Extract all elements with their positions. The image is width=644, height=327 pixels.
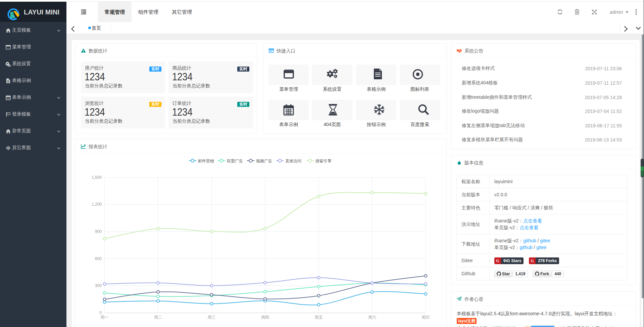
svg-text:0: 0 <box>99 311 102 315</box>
svg-text:搜索引擎: 搜索引擎 <box>315 159 332 163</box>
svg-text:周日: 周日 <box>422 315 430 320</box>
svg-text:300: 300 <box>95 283 102 288</box>
svg-text:周六: 周六 <box>368 315 376 320</box>
svg-text:900: 900 <box>95 229 102 234</box>
svg-text:1,200: 1,200 <box>92 202 102 207</box>
svg-text:周一: 周一 <box>101 315 109 320</box>
svg-text:联盟广告: 联盟广告 <box>227 159 243 163</box>
svg-text:周五: 周五 <box>315 315 323 320</box>
svg-text:1,500: 1,500 <box>92 175 102 180</box>
svg-text:周四: 周四 <box>261 315 269 320</box>
svg-text:600: 600 <box>95 256 102 261</box>
svg-text:视频广告: 视频广告 <box>256 159 272 163</box>
svg-text:周二: 周二 <box>154 315 162 320</box>
svg-text:直接访问: 直接访问 <box>285 159 301 163</box>
svg-text:邮件营销: 邮件营销 <box>198 159 214 163</box>
svg-text:周三: 周三 <box>208 315 216 320</box>
